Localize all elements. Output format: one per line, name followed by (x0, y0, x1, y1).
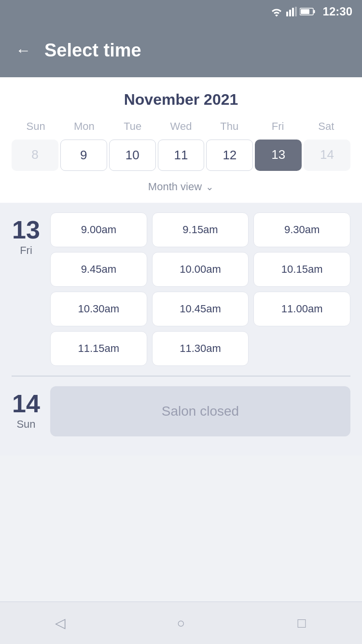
square-icon: □ (298, 616, 306, 631)
svg-rect-1 (289, 10, 291, 16)
divider (12, 376, 350, 377)
battery-icon (300, 7, 315, 16)
svg-rect-0 (286, 12, 288, 16)
weekday-label: Mon (60, 118, 108, 135)
month-view-toggle[interactable]: Month view ⌄ (12, 175, 350, 195)
day-block-13: 13 Fri 9.00am9.15am9.30am9.45am10.00am10… (12, 212, 350, 366)
circle-icon: ○ (177, 616, 185, 631)
weekday-label: Sun (12, 118, 60, 135)
wifi-icon (270, 7, 283, 16)
status-bar: 12:30 (0, 0, 362, 23)
time-slot[interactable]: 9.00am (50, 212, 147, 247)
triangle-left-icon: ◁ (55, 615, 66, 631)
day-name-14: Sun (16, 418, 35, 431)
time-slot[interactable]: 11.00am (253, 292, 350, 326)
status-icons (270, 7, 315, 16)
time-grid-13: 9.00am9.15am9.30am9.45am10.00am10.15am10… (50, 212, 350, 366)
back-button[interactable]: ← (15, 42, 31, 58)
time-slot[interactable]: 10.00am (152, 252, 249, 287)
weekday-label: Tue (109, 118, 157, 135)
day-label-14: 14 Sun (12, 386, 41, 436)
back-nav-icon[interactable]: ◁ (46, 613, 75, 634)
app-header: ← Select time (0, 23, 362, 77)
time-slot[interactable]: 9.30am (253, 212, 350, 247)
calendar-row: 891011121314 (12, 140, 350, 171)
day-number-13: 13 (12, 217, 40, 242)
salon-closed-box: Salon closed (50, 386, 350, 436)
signal-icon (286, 7, 297, 16)
day-name-13: Fri (20, 244, 32, 257)
chevron-down-icon: ⌄ (206, 181, 214, 193)
weekday-label: Wed (157, 118, 205, 135)
slots-section: 13 Fri 9.00am9.15am9.30am9.45am10.00am10… (0, 203, 362, 456)
weekday-label: Thu (205, 118, 253, 135)
calendar-day[interactable]: 14 (304, 140, 350, 171)
svg-rect-3 (295, 7, 297, 16)
recent-nav-icon[interactable]: □ (287, 613, 316, 634)
weekday-label: Sat (302, 118, 350, 135)
time-slot[interactable]: 9.45am (50, 252, 147, 287)
day-block-14: 14 Sun Salon closed (12, 386, 350, 436)
calendar-section: November 2021 SunMonTueWedThuFriSat 8910… (0, 77, 362, 203)
time-slot[interactable]: 11.15am (50, 331, 147, 366)
day-label-13: 13 Fri (12, 212, 41, 366)
time-slot[interactable]: 10.45am (152, 292, 249, 326)
time-slot[interactable]: 10.15am (253, 252, 350, 287)
weekday-label: Fri (253, 118, 302, 135)
calendar-day[interactable]: 9 (60, 140, 107, 171)
svg-rect-2 (292, 8, 294, 16)
time-slot[interactable]: 9.15am (152, 212, 249, 247)
calendar-day[interactable]: 10 (109, 140, 156, 171)
time-slot[interactable]: 11.30am (152, 331, 249, 366)
calendar-day[interactable]: 13 (255, 140, 302, 171)
calendar-day[interactable]: 8 (12, 140, 58, 171)
status-time: 12:30 (323, 5, 352, 18)
calendar-day[interactable]: 12 (206, 140, 253, 171)
svg-rect-5 (313, 10, 315, 14)
calendar-day[interactable]: 11 (158, 140, 205, 171)
weekday-headers: SunMonTueWedThuFriSat (12, 118, 350, 135)
nav-bar: ◁ ○ □ (0, 602, 362, 644)
time-slot[interactable]: 10.30am (50, 292, 147, 326)
svg-rect-6 (301, 9, 309, 14)
month-view-label[interactable]: Month view (148, 181, 202, 193)
page-title: Select time (44, 40, 141, 61)
month-year-label: November 2021 (12, 91, 350, 109)
home-nav-icon[interactable]: ○ (167, 613, 195, 634)
day-number-14: 14 (12, 391, 40, 416)
